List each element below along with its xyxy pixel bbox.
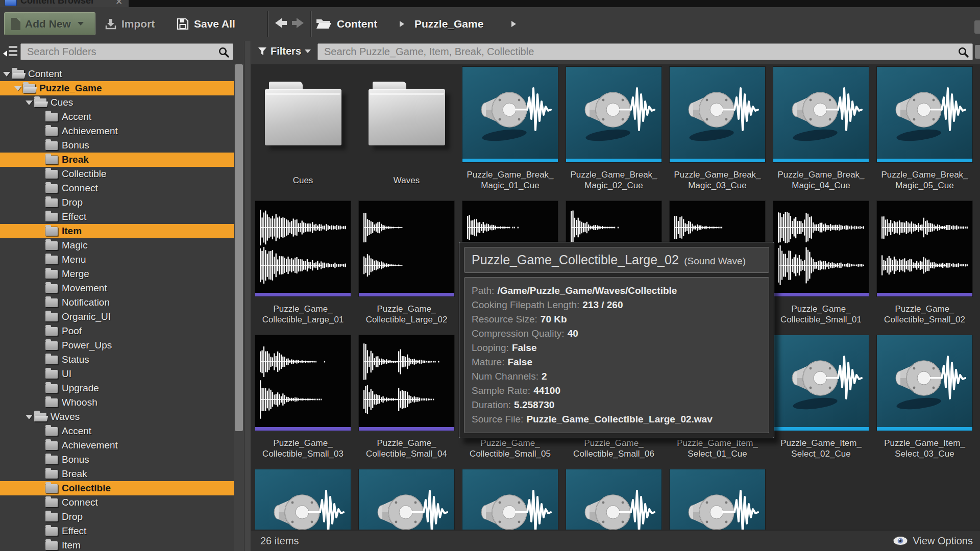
tree-item-status[interactable]: Status	[0, 353, 234, 367]
tree-item-content[interactable]: Content	[0, 67, 234, 81]
folder-icon	[45, 298, 58, 307]
asset-tile-puzzle_game_break_magic_04_cue[interactable]: Puzzle_Game_Break_ Magic_04_Cue	[773, 67, 869, 162]
expanded-triangle-icon[interactable]	[14, 86, 21, 91]
folder-icon	[45, 470, 58, 479]
tree-item-ui[interactable]: UI	[0, 367, 234, 381]
asset-tile-puzzle_game_collectible_large_02[interactable]: Puzzle_Game_ Collectible_Large_02	[359, 201, 454, 296]
import-button[interactable]: Import	[105, 12, 155, 35]
folder-thumbnail	[265, 89, 341, 145]
panel-splitter[interactable]	[244, 41, 251, 551]
asset-tile-puzzle_game_collectible_small_02[interactable]: Puzzle_Game_ Collectible_Small_02	[877, 201, 972, 296]
expanded-triangle-icon[interactable]	[3, 72, 10, 77]
tree-item-break[interactable]: Break	[0, 467, 234, 481]
asset-label: Puzzle_Game_Item_ Select_03_Cue	[872, 438, 977, 459]
add-new-button[interactable]: Add New	[4, 12, 95, 35]
asset-label: Puzzle_Game_ Collectible_Small_03	[251, 438, 356, 459]
tree-item-waves[interactable]: Waves	[0, 410, 234, 424]
tree-item-merge[interactable]: Merge	[0, 267, 234, 281]
folder-tree: ContentPuzzle_GameCuesAccentAchievementB…	[0, 67, 234, 551]
tree-item-label: Effect	[62, 525, 86, 537]
asset-tile-cue-tile[interactable]	[670, 469, 765, 530]
folder-icon	[45, 341, 58, 350]
tree-item-cues[interactable]: Cues	[0, 95, 234, 110]
chevron-down-icon	[305, 49, 311, 53]
tree-item-collectible[interactable]: Collectible	[0, 481, 234, 495]
tooltip-row-label: Resource Size:	[472, 314, 537, 324]
asset-label: Puzzle_Game_Break_ Magic_05_Cue	[872, 169, 977, 191]
expanded-triangle-icon[interactable]	[26, 101, 33, 105]
tree-item-item[interactable]: Item	[0, 224, 234, 238]
tree-item-bonus[interactable]: Bonus	[0, 138, 234, 153]
asset-search-input[interactable]	[323, 45, 955, 59]
tree-item-drop[interactable]: Drop	[0, 510, 234, 524]
tooltip-row-label: Duration:	[472, 399, 511, 410]
tree-item-break[interactable]: Break	[0, 153, 234, 167]
tree-item-achievement[interactable]: Achievement	[0, 438, 234, 453]
asset-tile-puzzle_game_item_select_03_cue[interactable]: Puzzle_Game_Item_ Select_03_Cue	[877, 335, 972, 431]
filters-button[interactable]: Filters	[258, 45, 311, 57]
tooltip-row: Duration:5.258730	[472, 398, 762, 412]
tree-item-movement[interactable]: Movement	[0, 281, 234, 295]
tree-item-label: Movement	[62, 283, 107, 294]
tree-scrollbar[interactable]	[234, 64, 244, 551]
tree-item-puzzle_game[interactable]: Puzzle_Game	[0, 81, 234, 95]
tab-content-browser[interactable]: Content Browser ✕	[0, 0, 129, 7]
tree-item-accent[interactable]: Accent	[0, 424, 234, 438]
tree-scrollbar-thumb[interactable]	[235, 64, 243, 431]
tree-item-label: Connect	[62, 183, 98, 194]
asset-label: Puzzle_Game_ Collectible_Small_05	[457, 438, 563, 459]
tree-item-label: Drop	[62, 197, 83, 208]
tree-item-notification[interactable]: Notification	[0, 295, 234, 310]
tree-item-item[interactable]: Item	[0, 538, 234, 551]
asset-tile-puzzle_game_item_select_02_cue[interactable]: Puzzle_Game_Item_ Select_02_Cue	[773, 335, 869, 431]
tree-item-organic_ui[interactable]: Organic_UI	[0, 310, 234, 324]
asset-tile-cue-tile[interactable]	[255, 469, 351, 530]
expanded-triangle-icon[interactable]	[26, 415, 33, 419]
close-icon[interactable]: ✕	[115, 0, 122, 7]
asset-tile-puzzle_game_collectible_small_03[interactable]: Puzzle_Game_ Collectible_Small_03	[255, 335, 351, 431]
tree-item-power_ups[interactable]: Power_Ups	[0, 338, 234, 353]
breadcrumb-puzzle-game[interactable]: Puzzle_Game	[414, 18, 483, 30]
tree-item-achievement[interactable]: Achievement	[0, 124, 234, 138]
tree-item-magic[interactable]: Magic	[0, 238, 234, 253]
tree-item-whoosh[interactable]: Whoosh	[0, 395, 234, 410]
asset-tile-puzzle_game_break_magic_02_cue[interactable]: Puzzle_Game_Break_ Magic_02_Cue	[566, 67, 662, 162]
lock-icon-clipped[interactable]	[974, 20, 980, 34]
tooltip-row-label: Looping:	[472, 342, 509, 353]
tree-item-effect[interactable]: Effect	[0, 524, 234, 538]
tree-item-connect[interactable]: Connect	[0, 181, 234, 195]
tree-item-collectible[interactable]: Collectible	[0, 167, 234, 181]
tree-item-accent[interactable]: Accent	[0, 110, 234, 124]
asset-tile-waves[interactable]: Waves	[359, 67, 454, 185]
tree-item-effect[interactable]: Effect	[0, 210, 234, 224]
tree-item-connect[interactable]: Connect	[0, 495, 234, 510]
asset-tile-cues[interactable]: Cues	[255, 67, 351, 185]
tree-item-label: Achievement	[62, 126, 118, 137]
asset-tile-puzzle_game_break_magic_01_cue[interactable]: Puzzle_Game_Break_ Magic_01_Cue	[462, 67, 558, 162]
view-options-button[interactable]: View Options	[892, 535, 973, 547]
tree-item-drop[interactable]: Drop	[0, 195, 234, 210]
tooltip-title-box: Puzzle_Game_Collectible_Large_02 (Sound …	[464, 247, 769, 273]
wave-type-strip	[255, 427, 351, 431]
asset-tile-puzzle_game_collectible_large_01[interactable]: Puzzle_Game_ Collectible_Large_01	[255, 201, 351, 296]
save-all-button[interactable]: Save All	[176, 12, 235, 35]
asset-tile-puzzle_game_break_magic_05_cue[interactable]: Puzzle_Game_Break_ Magic_05_Cue	[877, 67, 972, 162]
tree-item-upgrade[interactable]: Upgrade	[0, 381, 234, 395]
asset-label: Puzzle_Game_ Collectible_Small_01	[768, 304, 874, 325]
breadcrumb-content[interactable]: Content	[337, 18, 377, 30]
folder-icon	[45, 198, 58, 207]
tree-item-label: Connect	[62, 497, 98, 508]
asset-tile-puzzle_game_collectible_small_01[interactable]: Puzzle_Game_ Collectible_Small_01	[773, 201, 869, 296]
asset-tile-cue-tile[interactable]	[566, 469, 662, 530]
forward-arrow-button[interactable]	[290, 15, 307, 31]
folder-icon	[45, 427, 58, 436]
back-arrow-button[interactable]	[272, 15, 288, 31]
asset-tile-cue-tile[interactable]	[462, 469, 558, 530]
tree-item-menu[interactable]: Menu	[0, 253, 234, 267]
tree-item-poof[interactable]: Poof	[0, 324, 234, 338]
asset-tile-puzzle_game_collectible_small_04[interactable]: Puzzle_Game_ Collectible_Small_04	[359, 335, 454, 431]
asset-tile-cue-tile[interactable]	[359, 469, 454, 530]
asset-tile-puzzle_game_break_magic_03_cue[interactable]: Puzzle_Game_Break_ Magic_03_Cue	[670, 67, 765, 162]
tree-item-bonus[interactable]: Bonus	[0, 453, 234, 467]
save-search-button-clipped[interactable]	[975, 45, 980, 59]
